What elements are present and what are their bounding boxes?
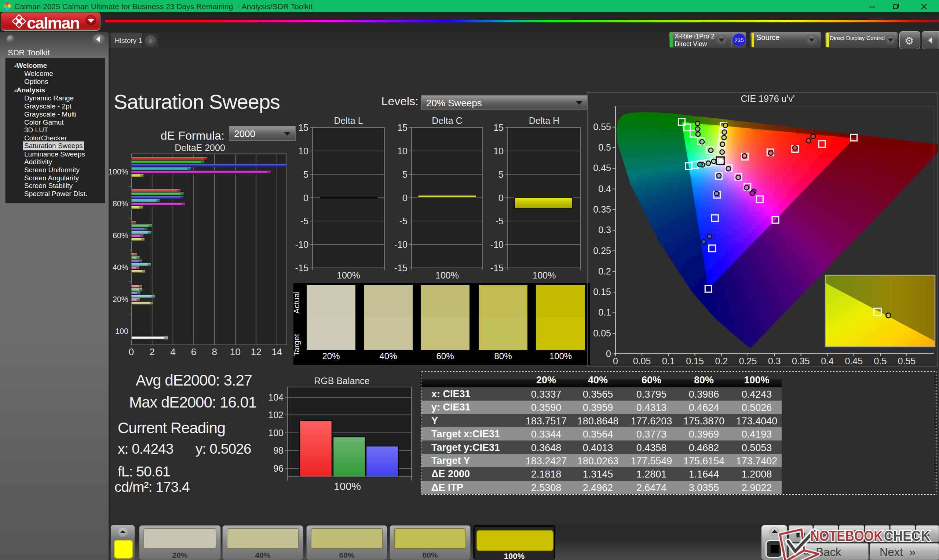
svg-text:0.5: 0.5 xyxy=(598,142,611,152)
svg-text:-5: -5 xyxy=(399,216,407,226)
svg-text:0.1: 0.1 xyxy=(598,307,611,317)
svg-text:-10: -10 xyxy=(394,239,407,249)
svg-text:Delta C: Delta C xyxy=(432,117,462,126)
svg-text:0.45: 0.45 xyxy=(845,356,863,366)
svg-text:CIE 1976 u'v': CIE 1976 u'v' xyxy=(740,94,794,104)
svg-text:10: 10 xyxy=(230,346,241,357)
svg-text:0.05: 0.05 xyxy=(593,328,611,338)
svg-text:0.15: 0.15 xyxy=(593,286,611,297)
svg-text:DeltaE 2000: DeltaE 2000 xyxy=(174,143,225,153)
svg-text:Delta H: Delta H xyxy=(529,117,560,126)
svg-text:100: 100 xyxy=(115,327,128,336)
svg-text:-15: -15 xyxy=(295,263,308,273)
svg-text:15: 15 xyxy=(298,122,308,133)
svg-text:60%: 60% xyxy=(113,231,128,240)
svg-text:0: 0 xyxy=(606,349,611,359)
svg-text:-10: -10 xyxy=(490,239,504,249)
svg-text:10: 10 xyxy=(298,146,308,156)
svg-text:0.55: 0.55 xyxy=(898,356,916,366)
svg-text:0.3: 0.3 xyxy=(598,225,611,235)
svg-text:0: 0 xyxy=(498,193,504,203)
svg-text:0.15: 0.15 xyxy=(686,356,704,366)
svg-text:80%: 80% xyxy=(113,199,128,208)
svg-text:0: 0 xyxy=(129,346,134,357)
svg-text:-15: -15 xyxy=(490,263,504,273)
svg-text:0.3: 0.3 xyxy=(768,356,781,366)
svg-text:100%: 100% xyxy=(334,480,361,492)
svg-text:2: 2 xyxy=(149,346,154,357)
svg-text:0.2: 0.2 xyxy=(715,356,728,366)
svg-text:96: 96 xyxy=(273,463,284,474)
svg-text:-10: -10 xyxy=(295,239,308,249)
svg-text:10: 10 xyxy=(397,146,407,156)
svg-text:-5: -5 xyxy=(301,216,308,226)
svg-text:100%: 100% xyxy=(435,270,459,280)
svg-text:0.05: 0.05 xyxy=(633,356,651,366)
svg-text:15: 15 xyxy=(397,122,407,133)
svg-text:104: 104 xyxy=(268,392,284,402)
svg-text:0.1: 0.1 xyxy=(662,356,675,366)
svg-text:20%: 20% xyxy=(113,295,128,304)
svg-text:NOTEBOOK: NOTEBOOK xyxy=(810,528,883,544)
svg-text:98: 98 xyxy=(273,445,284,455)
svg-text:12: 12 xyxy=(251,346,262,357)
svg-text:100: 100 xyxy=(268,428,284,438)
svg-text:0.35: 0.35 xyxy=(593,204,611,214)
svg-text:0: 0 xyxy=(303,193,308,203)
svg-text:0.25: 0.25 xyxy=(739,356,757,366)
svg-text:CHECK: CHECK xyxy=(884,528,930,544)
svg-text:0: 0 xyxy=(402,193,407,203)
svg-text:RGB Balance: RGB Balance xyxy=(314,375,369,386)
svg-text:0.25: 0.25 xyxy=(593,246,611,256)
svg-text:100%: 100% xyxy=(108,168,128,176)
svg-text:8: 8 xyxy=(212,346,217,357)
svg-text:0: 0 xyxy=(613,356,618,366)
svg-text:14: 14 xyxy=(271,346,282,357)
svg-text:Delta L: Delta L xyxy=(334,117,363,126)
svg-text:0.55: 0.55 xyxy=(593,122,611,132)
svg-text:4: 4 xyxy=(170,346,175,357)
svg-text:0.4: 0.4 xyxy=(598,184,611,194)
svg-text:15: 15 xyxy=(493,122,504,133)
svg-text:5: 5 xyxy=(303,169,308,180)
svg-text:10: 10 xyxy=(493,146,504,156)
svg-text:0.4: 0.4 xyxy=(821,356,834,366)
svg-text:0.35: 0.35 xyxy=(792,356,810,366)
svg-text:0.5: 0.5 xyxy=(874,356,887,366)
svg-text:6: 6 xyxy=(191,346,196,357)
svg-text:0.2: 0.2 xyxy=(598,266,611,276)
svg-text:100%: 100% xyxy=(533,270,556,280)
svg-text:0.45: 0.45 xyxy=(593,163,611,173)
svg-text:5: 5 xyxy=(402,169,407,180)
svg-text:100%: 100% xyxy=(337,270,360,280)
svg-text:5: 5 xyxy=(498,169,504,180)
svg-text:-5: -5 xyxy=(495,216,504,226)
svg-text:-15: -15 xyxy=(394,263,407,273)
svg-text:102: 102 xyxy=(268,410,284,420)
svg-text:40%: 40% xyxy=(113,263,128,272)
